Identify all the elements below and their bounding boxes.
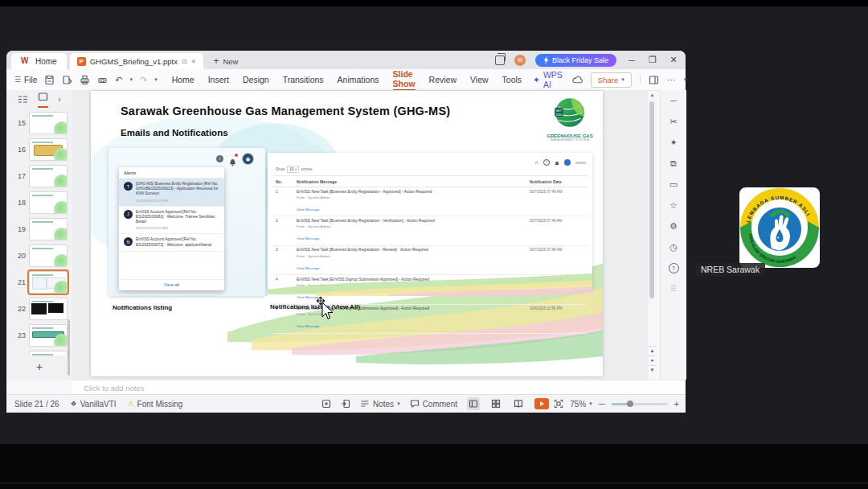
slideshow-play-button[interactable] <box>534 398 549 409</box>
wps-ai-menu[interactable]: ✦ WPS AI <box>533 70 563 89</box>
undo-icon[interactable]: ↶ <box>115 75 122 85</box>
new-tab-button[interactable]: + New <box>207 53 244 69</box>
slide-thumbnail[interactable] <box>29 138 68 161</box>
collapse-sidebar-icon[interactable]: ─ <box>661 90 686 111</box>
slide-thumbnail[interactable] <box>29 298 68 320</box>
zoom-slider-knob[interactable] <box>627 401 633 407</box>
lightning-icon <box>543 56 549 64</box>
slide-canvas[interactable]: Sarawak Greenhouse Gas Management System… <box>91 91 603 376</box>
file-menu[interactable]: ☰ File <box>14 76 37 84</box>
slide-thumbnail[interactable] <box>29 165 68 187</box>
undo-caret-icon[interactable]: ▾ <box>129 76 133 83</box>
slide-thumb-row: 17 <box>6 162 71 189</box>
view-message-link[interactable]: View Message <box>297 266 319 270</box>
menu-review[interactable]: Review <box>429 69 457 90</box>
slide-nav-button[interactable]: ● <box>648 355 657 365</box>
restore-button[interactable]: ❐ <box>647 55 658 65</box>
view-message-link[interactable]: View Message <box>297 324 319 328</box>
presenter-timer-icon[interactable] <box>321 399 331 409</box>
close-button[interactable]: ✕ <box>668 55 679 65</box>
account-avatar[interactable]: W <box>514 55 526 66</box>
slide-thumbnails: 15161718192021222324 <box>6 109 71 355</box>
normal-view-button[interactable] <box>467 397 480 410</box>
alerts-screenshot: i ◉ Alerts T[GHG-MS] Business Entity Reg… <box>108 148 265 296</box>
scroll-up-icon[interactable]: ▲ <box>648 90 657 100</box>
menu-view[interactable]: View <box>470 69 489 90</box>
tab-preview-icon[interactable]: ⊡ <box>182 58 187 65</box>
view-message-link[interactable]: View Message <box>297 236 319 240</box>
slide-thumbnail[interactable] <box>29 191 68 214</box>
zoom-in-button[interactable]: + <box>674 399 679 409</box>
print-icon[interactable] <box>80 75 90 85</box>
print-preview-icon[interactable] <box>97 75 108 85</box>
document-scrollbar[interactable]: ▲ ▲ ● ▼ <box>648 90 657 380</box>
document-tab[interactable]: P GHGMS_Briefing_v1.pptx ⊡ ✳ <box>70 53 204 69</box>
slide-thumbnail[interactable] <box>29 324 68 347</box>
participant-name-label: NREB Sarawak <box>695 263 765 276</box>
zoom-out-button[interactable]: ─ <box>599 399 605 409</box>
slide-thumbnail[interactable] <box>29 351 68 356</box>
notes-bar[interactable]: Click to add notes <box>72 380 686 395</box>
menu-insert[interactable]: Insert <box>208 69 229 90</box>
next-slide-button[interactable]: ▼ <box>648 365 657 375</box>
alert-item[interactable]: T[GHG-MS] Business Entity Registration [… <box>119 179 224 207</box>
cell-no: 2 <box>272 219 297 243</box>
fit-slide-icon[interactable] <box>554 399 563 409</box>
redo-icon[interactable]: ↷ <box>140 75 147 85</box>
zoom-slider[interactable] <box>612 403 668 405</box>
theme-indicator[interactable]: ❖ VanillaVTI <box>71 400 117 409</box>
export-icon[interactable] <box>62 75 72 85</box>
divider <box>0 483 868 483</box>
slide-thumbnail[interactable] <box>29 112 68 134</box>
favorites-icon[interactable]: ☆ <box>661 195 686 216</box>
black-friday-sale-button[interactable]: Black Friday Sale <box>535 54 616 67</box>
comment-panel-icon[interactable]: ▭ <box>661 174 686 195</box>
add-slide-button[interactable]: + <box>6 357 72 376</box>
minimize-button[interactable]: ─ <box>626 55 637 65</box>
menu-transitions[interactable]: Transitions <box>283 69 324 90</box>
window-stack-icon[interactable] <box>495 55 505 65</box>
apps-grid-icon[interactable]: ⠿ <box>661 278 686 299</box>
slide-view-icon[interactable] <box>38 92 48 101</box>
quickbar-caret-icon[interactable]: ▾ <box>154 76 158 83</box>
menu-animations[interactable]: Animations <box>338 69 379 90</box>
view-message-link[interactable]: View Message <box>297 208 319 212</box>
tools-icon[interactable]: ✂ <box>661 111 686 132</box>
share-button[interactable]: Share ▾ <box>591 72 632 88</box>
beautify-icon[interactable]: ✦ <box>661 132 686 153</box>
outline-view-icon[interactable] <box>18 95 28 104</box>
cloud-icon[interactable] <box>572 75 583 85</box>
previous-slide-button[interactable]: ▲ <box>648 346 657 355</box>
shapes-icon[interactable]: ⧉ <box>661 153 686 174</box>
panel-toggle-icon[interactable] <box>649 75 659 85</box>
slide-number: 16 <box>6 146 26 154</box>
more-options-icon[interactable]: ⋯ <box>667 75 676 85</box>
zoom-level[interactable]: 75% ▾ <box>570 400 592 409</box>
notes-toggle[interactable]: Notes ▾ <box>360 399 400 409</box>
collapse-panel-icon[interactable]: › <box>58 95 60 104</box>
alert-item[interactable]: JEnVISS Account Approved [Ref No. ES/202… <box>119 207 224 235</box>
menu-slide-show[interactable]: Slide Show <box>393 68 416 91</box>
tab-unsaved-icon[interactable]: ✳ <box>191 58 197 65</box>
font-missing-warning[interactable]: ⚠ Font Missing <box>128 400 183 409</box>
slide-thumbnail[interactable] <box>29 244 68 267</box>
menu-home[interactable]: Home <box>172 69 194 90</box>
theme-icon: ❖ <box>71 400 77 408</box>
settings-icon[interactable]: ⚙ <box>661 216 686 236</box>
slide-sorter-button[interactable] <box>489 397 502 410</box>
scrollbar-thumb[interactable] <box>649 101 654 298</box>
menu-tools[interactable]: Tools <box>502 69 522 90</box>
home-tab[interactable]: W Home <box>11 53 67 69</box>
reading-view-button[interactable] <box>512 397 525 410</box>
save-icon[interactable] <box>44 75 55 85</box>
menu-design[interactable]: Design <box>243 69 269 90</box>
slide-thumbnail[interactable] <box>29 218 68 240</box>
collapse-ribbon-icon[interactable]: ▾ <box>684 76 687 83</box>
slide-thumbnail[interactable] <box>29 271 68 294</box>
comment-button[interactable]: Comment <box>410 399 457 409</box>
start-from-slide-icon[interactable] <box>341 399 350 409</box>
participant-video-tile[interactable]: LEMBAGA SUMBER ASLI DAN ALAM SEKITAR SAR… <box>739 187 820 268</box>
history-icon[interactable]: ◷ <box>661 236 686 257</box>
alert-item[interactable]: NEnVISS Account Approved [Ref No. ES/202… <box>119 234 224 251</box>
help-icon[interactable]: ? <box>661 257 686 278</box>
